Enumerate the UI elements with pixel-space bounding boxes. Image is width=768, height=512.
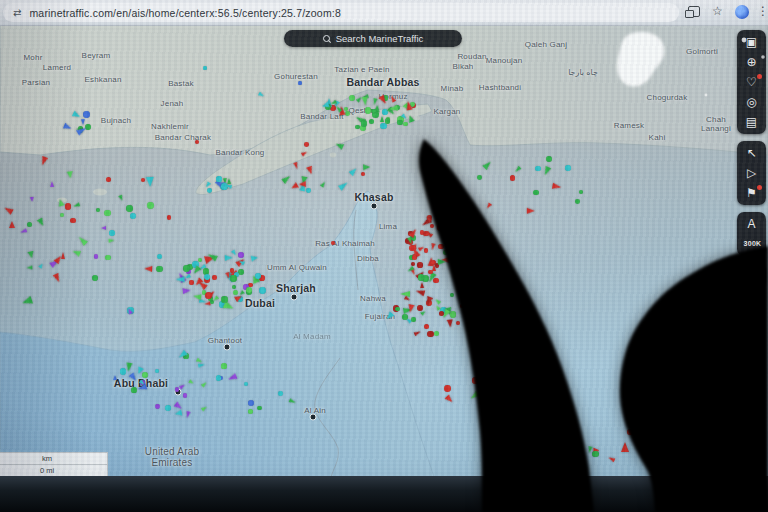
vessel-marker[interactable] — [513, 166, 521, 174]
vessel-marker[interactable] — [438, 259, 446, 265]
vessel-marker[interactable] — [460, 304, 465, 309]
vessel-marker[interactable] — [207, 188, 212, 193]
vessel-marker[interactable] — [221, 296, 228, 303]
vessel-marker[interactable] — [646, 448, 655, 454]
vessel-marker[interactable] — [417, 262, 423, 268]
vessel-marker[interactable] — [188, 380, 194, 386]
vessel-marker[interactable] — [147, 202, 154, 209]
vessel-marker[interactable] — [299, 181, 306, 187]
vessel-marker[interactable] — [146, 177, 155, 187]
vessel-marker[interactable] — [167, 215, 172, 220]
vessel-marker[interactable] — [621, 442, 629, 452]
vessel-marker[interactable] — [96, 208, 100, 212]
vessel-marker[interactable] — [403, 122, 408, 127]
vessel-marker[interactable] — [491, 371, 497, 377]
vessel-marker[interactable] — [57, 198, 65, 206]
vessel-marker[interactable] — [450, 293, 454, 297]
vessel-marker[interactable] — [404, 296, 411, 302]
vessel-marker[interactable] — [137, 383, 147, 391]
vessel-marker[interactable] — [385, 118, 390, 123]
vessel-marker[interactable] — [27, 222, 32, 227]
vessel-marker[interactable] — [293, 162, 299, 170]
vessel-marker[interactable] — [450, 311, 457, 318]
vessel-marker[interactable] — [592, 451, 599, 458]
vessel-marker[interactable] — [447, 319, 454, 328]
vessel-marker[interactable] — [477, 175, 482, 180]
vessel-marker[interactable] — [67, 171, 74, 179]
vessel-marker[interactable] — [555, 395, 564, 401]
vessel-marker[interactable] — [508, 353, 513, 358]
vessel-marker[interactable] — [338, 180, 350, 191]
vessel-marker[interactable] — [437, 224, 444, 231]
vessel-marker[interactable] — [248, 409, 253, 414]
vessel-marker[interactable] — [83, 111, 90, 118]
vessel-marker[interactable] — [413, 330, 421, 337]
vessel-marker[interactable] — [165, 405, 172, 412]
vessel-marker[interactable] — [430, 224, 435, 229]
vessel-marker[interactable] — [527, 208, 535, 214]
vessel-marker[interactable] — [485, 202, 492, 209]
vessel-marker[interactable] — [320, 180, 327, 187]
vessel-marker[interactable] — [627, 429, 634, 436]
vessel-marker[interactable] — [395, 307, 400, 312]
vessel-marker[interactable] — [483, 365, 488, 370]
vessel-marker[interactable] — [301, 150, 308, 156]
vessel-marker[interactable] — [104, 210, 111, 217]
vessel-marker[interactable] — [407, 304, 415, 313]
vessel-marker[interactable] — [38, 262, 44, 268]
vessel-marker[interactable] — [534, 387, 540, 393]
vessel-marker[interactable] — [203, 66, 206, 69]
vessel-marker[interactable] — [9, 221, 15, 228]
vessel-marker[interactable] — [3, 205, 14, 215]
vessel-marker[interactable] — [486, 434, 497, 444]
vessel-marker[interactable] — [101, 226, 106, 230]
vessel-marker[interactable] — [424, 324, 429, 329]
vessel-marker[interactable] — [304, 142, 309, 147]
vessel-marker[interactable] — [232, 285, 236, 289]
vessel-marker[interactable] — [434, 298, 441, 305]
vessel-marker[interactable] — [53, 273, 62, 284]
vessel-marker[interactable] — [195, 140, 199, 144]
vessel-marker[interactable] — [369, 119, 374, 124]
vessel-marker[interactable] — [142, 372, 148, 378]
vessel-marker[interactable] — [92, 275, 98, 281]
vessel-marker[interactable] — [361, 120, 367, 126]
vessel-marker[interactable] — [472, 377, 479, 384]
vessel-marker[interactable] — [546, 156, 552, 162]
vessel-marker[interactable] — [109, 230, 114, 235]
vessel-marker[interactable] — [428, 270, 432, 274]
vessel-marker[interactable] — [438, 244, 444, 250]
favorites-heart-icon[interactable]: ♡ — [744, 76, 760, 88]
vessel-marker[interactable] — [60, 213, 65, 218]
vessel-marker[interactable] — [527, 388, 534, 393]
vessel-marker[interactable] — [130, 213, 136, 219]
vessel-marker[interactable] — [306, 188, 311, 193]
vessel-marker[interactable] — [444, 385, 451, 392]
vessel-marker[interactable] — [126, 205, 133, 212]
vessel-marker[interactable] — [492, 393, 498, 399]
layers-icon[interactable]: ▣ — [744, 36, 760, 48]
vessel-marker[interactable] — [156, 266, 162, 272]
vessel-marker[interactable] — [472, 341, 480, 351]
vessel-marker[interactable] — [155, 369, 159, 373]
vessel-marker[interactable] — [412, 255, 417, 260]
vessel-marker[interactable] — [28, 251, 35, 259]
vessel-marker[interactable] — [30, 197, 35, 202]
translate-icon[interactable] — [688, 6, 700, 17]
vessel-marker[interactable] — [546, 359, 556, 368]
vessel-marker[interactable] — [175, 387, 180, 392]
url-bar[interactable]: ⇄ marinetraffic.com/en/ais/home/centerx:… — [3, 3, 679, 22]
vessel-marker[interactable] — [510, 175, 516, 181]
vessel-marker[interactable] — [246, 287, 252, 293]
vessel-marker[interactable] — [517, 409, 526, 420]
vessel-marker[interactable] — [131, 387, 137, 393]
vessel-marker[interactable] — [259, 287, 266, 294]
vessel-marker[interactable] — [94, 254, 98, 258]
vessel-marker[interactable] — [40, 156, 49, 167]
vessel-marker[interactable] — [70, 218, 76, 224]
vessel-marker[interactable] — [365, 107, 371, 113]
vessel-marker[interactable] — [21, 295, 33, 306]
vessel-marker[interactable] — [113, 375, 117, 380]
vessel-marker[interactable] — [565, 165, 571, 171]
vessel-marker[interactable] — [553, 429, 562, 437]
